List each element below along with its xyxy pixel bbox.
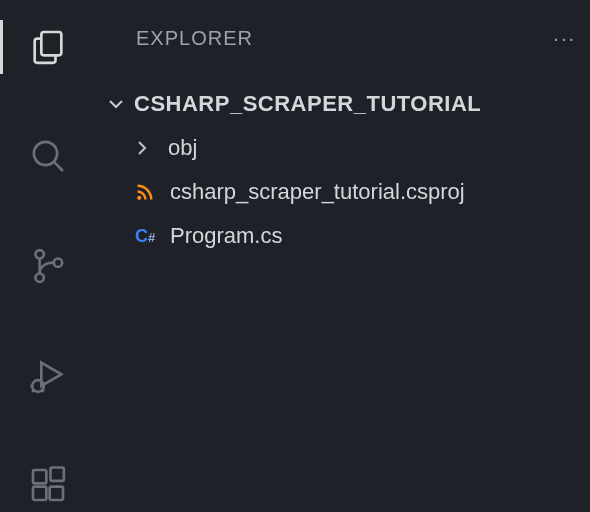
debug-icon xyxy=(28,356,68,396)
activity-extensions[interactable] xyxy=(0,458,96,512)
svg-rect-12 xyxy=(33,487,46,500)
chevron-right-icon xyxy=(130,136,154,160)
explorer-header: EXPLORER ··· xyxy=(96,18,590,58)
tree-file-program-cs[interactable]: C# Program.cs xyxy=(96,214,590,258)
tree-file-csproj[interactable]: csharp_scraper_tutorial.csproj xyxy=(96,170,590,214)
root-folder-label: CSHARP_SCRAPER_TUTORIAL xyxy=(134,91,481,117)
activity-run-debug[interactable] xyxy=(0,349,96,403)
svg-point-15 xyxy=(137,196,141,200)
activity-explorer[interactable] xyxy=(0,20,96,74)
explorer-title: EXPLORER xyxy=(136,27,253,50)
activity-search[interactable] xyxy=(0,130,96,184)
svg-line-8 xyxy=(32,389,35,392)
svg-line-2 xyxy=(55,163,63,171)
more-actions-icon[interactable]: ··· xyxy=(553,27,576,50)
search-icon xyxy=(28,136,68,176)
tree-root-folder[interactable]: CSHARP_SCRAPER_TUTORIAL xyxy=(96,82,590,126)
csharp-file-icon: C# xyxy=(134,225,156,247)
file-tree: CSHARP_SCRAPER_TUTORIAL obj csharp_scrap… xyxy=(96,82,590,258)
svg-point-4 xyxy=(36,273,44,281)
svg-point-3 xyxy=(36,250,44,258)
explorer-sidebar: EXPLORER ··· CSHARP_SCRAPER_TUTORIAL obj xyxy=(96,0,590,512)
source-control-icon xyxy=(28,246,68,286)
extensions-icon xyxy=(28,465,68,505)
svg-rect-11 xyxy=(33,470,46,483)
svg-rect-0 xyxy=(41,32,61,55)
svg-line-9 xyxy=(41,389,44,392)
svg-rect-13 xyxy=(50,487,63,500)
svg-point-5 xyxy=(54,258,62,266)
chevron-down-icon xyxy=(104,92,128,116)
activity-source-control[interactable] xyxy=(0,239,96,293)
folder-label: obj xyxy=(168,135,197,161)
svg-marker-6 xyxy=(41,362,61,385)
tree-folder-obj[interactable]: obj xyxy=(96,126,590,170)
file-label: Program.cs xyxy=(170,223,282,249)
files-icon xyxy=(28,27,68,67)
svg-rect-14 xyxy=(51,468,64,481)
activity-bar xyxy=(0,0,96,512)
rss-icon xyxy=(134,181,156,203)
file-label: csharp_scraper_tutorial.csproj xyxy=(170,179,465,205)
svg-point-1 xyxy=(34,142,57,165)
